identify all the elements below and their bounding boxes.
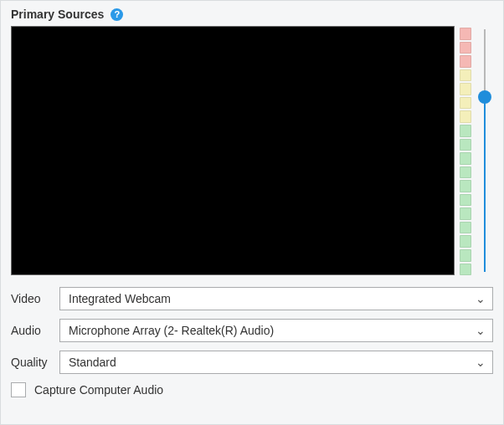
- audio-select-value: Microphone Array (2- Realtek(R) Audio): [69, 324, 274, 337]
- preview-row: [11, 26, 493, 275]
- meter-segment: [460, 152, 471, 165]
- volume-slider[interactable]: [476, 26, 493, 275]
- meter-segment: [460, 194, 471, 207]
- meter-segment: [460, 125, 471, 137]
- audio-select[interactable]: Microphone Array (2- Realtek(R) Audio) ⌄: [59, 319, 493, 342]
- capture-audio-label: Capture Computer Audio: [34, 383, 163, 397]
- meter-segment: [460, 222, 471, 234]
- meter-segment: [460, 110, 471, 123]
- help-icon[interactable]: ?: [111, 8, 123, 21]
- video-select-value: Integrated Webcam: [69, 292, 171, 305]
- meter-segment: [460, 207, 471, 220]
- capture-audio-row: Capture Computer Audio: [11, 382, 493, 397]
- quality-select[interactable]: Standard ⌄: [59, 351, 493, 374]
- quality-select-value: Standard: [69, 356, 116, 369]
- quality-label: Quality: [11, 356, 51, 369]
- meter-segment: [460, 264, 471, 276]
- meter-segment: [460, 166, 471, 179]
- primary-sources-panel: Primary Sources ? Video Integrated Webca…: [1, 1, 503, 407]
- quality-row: Quality Standard ⌄: [11, 351, 493, 374]
- slider-track-active: [484, 97, 486, 272]
- meter-segment: [460, 83, 471, 95]
- chevron-down-icon: ⌄: [476, 356, 486, 369]
- meter-segment: [460, 97, 471, 110]
- audio-row: Audio Microphone Array (2- Realtek(R) Au…: [11, 319, 493, 342]
- panel-title: Primary Sources: [11, 8, 104, 21]
- meter-segment: [460, 235, 471, 248]
- meter-segment: [460, 55, 471, 68]
- panel-header: Primary Sources ?: [11, 8, 493, 21]
- video-row: Video Integrated Webcam ⌄: [11, 287, 493, 310]
- audio-label: Audio: [11, 324, 51, 337]
- slider-thumb[interactable]: [478, 90, 491, 104]
- meter-segment: [460, 69, 471, 82]
- chevron-down-icon: ⌄: [476, 324, 486, 337]
- video-preview: [11, 26, 455, 275]
- video-label: Video: [11, 292, 51, 305]
- meter-segment: [460, 28, 471, 40]
- meter-segment: [460, 249, 471, 262]
- video-select[interactable]: Integrated Webcam ⌄: [59, 287, 493, 310]
- capture-audio-checkbox[interactable]: [11, 382, 26, 397]
- meter-segment: [460, 180, 471, 192]
- audio-level-meter: [460, 26, 471, 275]
- chevron-down-icon: ⌄: [476, 292, 486, 305]
- meter-segment: [460, 139, 471, 151]
- meter-segment: [460, 42, 471, 54]
